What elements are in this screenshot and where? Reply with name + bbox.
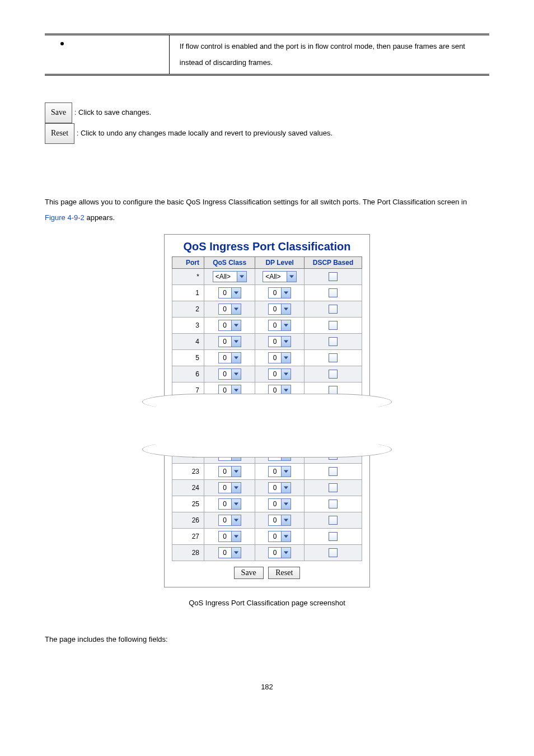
dscp-checkbox-all[interactable] [329, 272, 338, 281]
qos-select[interactable]: 0 [218, 304, 241, 315]
fields-intro: The page includes the following fields: [45, 635, 489, 643]
qos-select[interactable]: 0 [218, 547, 241, 558]
qos-select[interactable]: 0 [218, 482, 241, 493]
table-row: 600 [172, 366, 362, 382]
header-port: Port [172, 256, 204, 268]
dp-select-value: 0 [269, 466, 281, 477]
dp-select-value: 0 [269, 483, 281, 493]
chevron-down-icon [281, 531, 291, 542]
table-row: 400 [172, 333, 362, 349]
figure-link[interactable]: Figure 4-9-2 [45, 213, 85, 222]
dscp-checkbox[interactable] [329, 483, 338, 492]
dscp-checkbox[interactable] [329, 467, 338, 476]
table-row: 500 [172, 349, 362, 366]
table-row: 2600 [172, 512, 362, 528]
qos-select-value: 0 [219, 483, 231, 493]
dscp-checkbox[interactable] [329, 548, 338, 557]
qos-select[interactable]: 0 [218, 515, 241, 526]
dp-select-all-value: <All> [263, 272, 287, 282]
chevron-down-icon [281, 466, 291, 477]
panel-caption: QoS Ingress Port Classification page scr… [45, 599, 489, 607]
table-row: 2800 [172, 544, 362, 561]
intro-text-1: This page allows you to configure the ba… [45, 198, 467, 206]
bullet-icon [60, 42, 64, 45]
dp-select[interactable]: 0 [268, 352, 291, 363]
table-row-all: * <All> <All> [172, 268, 362, 284]
table-row: 100 [172, 284, 362, 301]
dp-select[interactable]: 0 [268, 287, 291, 298]
qos-select-value: 0 [219, 548, 231, 558]
qos-select[interactable]: 0 [218, 466, 241, 477]
chevron-down-icon [281, 515, 291, 525]
qos-select[interactable]: 0 [218, 287, 241, 298]
dp-select-value: 0 [269, 499, 281, 509]
chevron-down-icon [281, 304, 291, 314]
table-row: 300 [172, 317, 362, 333]
page-tear [142, 399, 392, 452]
chevron-down-icon [231, 369, 241, 379]
dp-select-value: 0 [269, 337, 281, 347]
qos-select[interactable]: 0 [218, 320, 241, 331]
panel-title: QoS Ingress Port Classification [165, 235, 369, 256]
qos-select[interactable]: 0 [218, 368, 241, 380]
chevron-down-icon [231, 288, 241, 298]
panel-reset-button[interactable]: Reset [268, 567, 300, 579]
intro-text-2: appears. [85, 213, 115, 222]
port-cell: 1 [172, 284, 204, 301]
qos-panel: QoS Ingress Port Classification Port QoS… [164, 234, 370, 587]
chevron-down-icon [281, 548, 291, 558]
dp-select[interactable]: 0 [268, 531, 291, 542]
chevron-down-icon [231, 320, 241, 330]
dscp-checkbox[interactable] [329, 288, 338, 297]
chevron-down-icon [287, 272, 296, 282]
port-cell: 28 [172, 544, 204, 561]
dp-select[interactable]: 0 [268, 482, 291, 493]
chevron-down-icon [231, 337, 241, 347]
dscp-checkbox[interactable] [329, 370, 338, 379]
dscp-checkbox[interactable] [329, 516, 338, 525]
qos-select-value: 0 [219, 466, 231, 477]
chevron-down-icon [231, 483, 241, 493]
dp-select[interactable]: 0 [268, 336, 291, 347]
chevron-down-icon [281, 353, 291, 363]
section-intro: This page allows you to configure the ba… [45, 194, 489, 226]
chevron-down-icon [231, 466, 241, 477]
dp-select[interactable]: 0 [268, 304, 291, 315]
qos-select-value: 0 [219, 304, 231, 314]
table-row: 2300 [172, 463, 362, 479]
dp-select[interactable]: 0 [268, 320, 291, 331]
chevron-down-icon [281, 337, 291, 347]
dscp-checkbox[interactable] [329, 532, 338, 541]
dscp-checkbox[interactable] [329, 500, 338, 508]
dp-select[interactable]: 0 [268, 547, 291, 558]
table-cell-text: If flow control is enabled and the port … [169, 35, 489, 75]
dscp-checkbox[interactable] [329, 305, 338, 314]
dp-select[interactable]: 0 [268, 466, 291, 477]
qos-select-all[interactable]: <All> [213, 271, 247, 282]
button-descriptions: Save : Click to save changes. Reset : Cl… [45, 102, 489, 144]
port-all: * [172, 268, 204, 284]
dp-select-all[interactable]: <All> [263, 271, 297, 282]
dscp-checkbox[interactable] [329, 337, 338, 346]
panel-save-button[interactable]: Save [234, 567, 264, 579]
qos-select[interactable]: 0 [218, 498, 241, 510]
dp-select[interactable]: 0 [268, 368, 291, 380]
qos-select[interactable]: 0 [218, 352, 241, 363]
dscp-checkbox[interactable] [329, 321, 338, 330]
qos-select-value: 0 [219, 499, 231, 509]
dp-select-value: 0 [269, 531, 281, 542]
dscp-checkbox[interactable] [329, 353, 338, 362]
header-dscp: DSCP Based [305, 256, 362, 268]
port-cell: 2 [172, 301, 204, 317]
dp-select-value: 0 [269, 515, 281, 525]
port-cell: 3 [172, 317, 204, 333]
qos-select-value: 0 [219, 353, 231, 363]
page-number: 182 [45, 683, 489, 691]
dp-select[interactable]: 0 [268, 498, 291, 510]
table-row: 2400 [172, 479, 362, 496]
dp-select-value: 0 [269, 304, 281, 314]
dp-select[interactable]: 0 [268, 515, 291, 526]
qos-select[interactable]: 0 [218, 336, 241, 347]
qos-select[interactable]: 0 [218, 531, 241, 542]
qos-select-value: 0 [219, 515, 231, 525]
